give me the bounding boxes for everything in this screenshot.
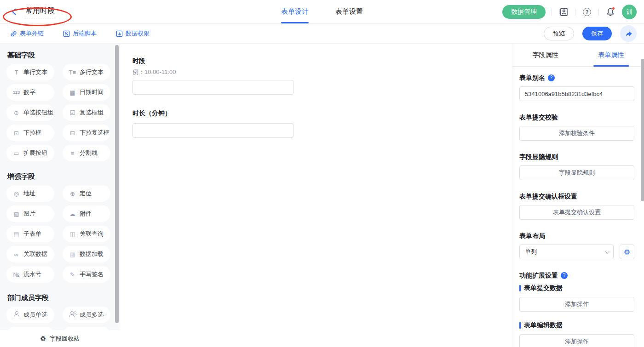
preview-button[interactable]: 预览: [544, 27, 574, 40]
field-item-member-single[interactable]: 成员单选: [6, 307, 54, 323]
form-alias-input[interactable]: [519, 86, 634, 101]
chevron-down-icon: [605, 249, 610, 254]
image-icon: ▧: [12, 210, 20, 217]
divider-icon: ≡: [69, 150, 76, 157]
external-link-action[interactable]: 表单外链: [10, 29, 44, 38]
field-item-image[interactable]: ▧图片: [6, 205, 54, 222]
field-label: 时长（分钟）: [132, 109, 512, 118]
extension-settings-title: 功能扩展设置: [519, 271, 558, 279]
section-submit-confirm: 表单提交确认框设置 表单提交确认设置: [519, 192, 634, 220]
help-icon[interactable]: [581, 6, 592, 17]
field-library-scroll: 基础字段 T单行文本 T≡多行文本 123数字 ▦日期时间 ⊙单选按钮组 ☑复选…: [0, 44, 120, 343]
submit-validation-title: 表单提交校验: [519, 113, 558, 121]
field-item-select[interactable]: ⊡下拉框: [6, 125, 54, 141]
add-action-submit-button[interactable]: 添加操作: [519, 297, 634, 312]
data-permission-action[interactable]: 数据权限: [116, 29, 150, 38]
field-label: 时段: [132, 57, 512, 65]
field-item-relation-query[interactable]: ◫关联查询: [63, 226, 110, 242]
section-field-visibility: 字段显隐规则 字段显隐规则: [519, 153, 634, 180]
panel-scrollbar[interactable]: [641, 59, 644, 201]
toolbar-right: 预览 保存: [544, 25, 637, 42]
field-visibility-title: 字段显隐规则: [519, 153, 558, 161]
canvas-field-time-range[interactable]: 时段 例：10:00-11:00: [132, 57, 512, 95]
back-icon[interactable]: [10, 8, 18, 16]
field-recycle-bin[interactable]: ♻ 字段回收站: [0, 330, 120, 347]
serial-number-icon: №: [12, 271, 20, 278]
calendar-icon: ▦: [69, 89, 76, 96]
dropdown-icon: ⊡: [12, 130, 20, 137]
notification-bell-icon[interactable]: [605, 6, 616, 17]
field-item-serial-number[interactable]: №流水号: [6, 266, 54, 283]
field-item-data-load[interactable]: ▥数据加载: [63, 246, 110, 262]
link-icon: [10, 30, 17, 37]
section-form-alias: 表单别名: [519, 74, 634, 101]
field-item-multi-line-text[interactable]: T≡多行文本: [63, 64, 110, 80]
help-icon[interactable]: [548, 74, 555, 81]
relation-data-icon: ∞: [12, 251, 20, 258]
canvas-field-duration[interactable]: 时长（分钟）: [132, 109, 512, 138]
duration-input[interactable]: [132, 123, 293, 138]
sidebar-scrollbar[interactable]: [115, 45, 119, 323]
properties-tabs: 字段属性 表单属性: [512, 44, 644, 67]
backend-script-action[interactable]: 后端脚本: [63, 29, 97, 38]
field-library-sidebar: 基础字段 T单行文本 T≡多行文本 123数字 ▦日期时间 ⊙单选按钮组 ☑复选…: [0, 44, 120, 347]
section-form-layout: 表单布局 单列: [519, 232, 634, 259]
tab-form-properties[interactable]: 表单属性: [578, 44, 644, 66]
layout-settings-gear-button[interactable]: [620, 245, 634, 259]
single-line-text-icon: T: [12, 69, 20, 76]
form-alias-title: 表单别名: [519, 74, 545, 82]
tab-form-settings[interactable]: 表单设置: [335, 0, 363, 23]
form-layout-value: 单列: [525, 248, 537, 256]
field-item-checkbox-group[interactable]: ☑复选框组: [63, 104, 110, 121]
form-title[interactable]: 常用时段: [24, 5, 56, 18]
field-item-multi-select[interactable]: ⊟下拉复选框: [63, 125, 110, 141]
cloud-upload-icon: ☁: [69, 210, 76, 217]
field-item-attachment[interactable]: ☁附件: [63, 205, 110, 222]
radio-icon: ⊙: [12, 109, 20, 116]
header-tabs: 表单设计 表单设置: [281, 0, 363, 23]
field-item-relation-data[interactable]: ∞关联数据: [6, 246, 54, 262]
properties-panel: 字段属性 表单属性 表单别名 表单提交校验 添加校验条件 字段显隐规则 字段显隐…: [512, 44, 644, 347]
help-icon[interactable]: [561, 272, 568, 279]
submit-confirm-title: 表单提交确认框设置: [519, 192, 577, 200]
field-item-extend-button[interactable]: ▭扩展按钮: [6, 145, 54, 161]
field-visibility-rules-button[interactable]: 字段显隐规则: [519, 165, 634, 180]
field-item-single-line-text[interactable]: T单行文本: [6, 64, 54, 80]
field-item-location[interactable]: ⊕定位: [63, 185, 110, 202]
subsection-edit-data: 表单编辑数据 添加操作: [519, 321, 634, 347]
divider: [575, 8, 575, 16]
tab-field-properties[interactable]: 字段属性: [512, 44, 578, 66]
field-item-signature[interactable]: ✎手写签名: [63, 266, 110, 283]
field-item-datetime[interactable]: ▦日期时间: [63, 84, 110, 101]
extend-button-icon: ▭: [12, 150, 20, 157]
field-item-number[interactable]: 123数字: [6, 84, 54, 101]
address-book-icon[interactable]: [558, 6, 569, 17]
section-title-enhanced-fields: 增强字段: [7, 172, 120, 181]
data-manage-button[interactable]: 数据管理: [502, 5, 546, 19]
time-range-input[interactable]: [132, 80, 293, 95]
form-layout-select[interactable]: 单列: [519, 245, 614, 259]
header-right: 数据管理 训: [502, 5, 644, 19]
divider: [598, 8, 599, 16]
section-extension-settings: 功能扩展设置 表单提交数据 添加操作 表单编辑数据 添加操作: [519, 271, 634, 347]
recycle-icon: ♻: [40, 335, 46, 343]
save-button[interactable]: 保存: [582, 27, 612, 40]
add-validation-button[interactable]: 添加校验条件: [519, 126, 634, 141]
tab-form-design[interactable]: 表单设计: [281, 0, 309, 23]
location-pin-icon: ◎: [12, 190, 20, 197]
avatar[interactable]: 训: [622, 5, 637, 19]
designer-body: 基础字段 T单行文本 T≡多行文本 123数字 ▦日期时间 ⊙单选按钮组 ☑复选…: [0, 44, 644, 347]
form-canvas[interactable]: 时段 例：10:00-11:00 时长（分钟）: [120, 44, 512, 347]
relation-query-icon: ◫: [69, 231, 76, 238]
field-item-divider[interactable]: ≡分割线: [63, 145, 110, 161]
enhanced-fields-grid: ◎地址 ⊕定位 ▧图片 ☁附件 ▤子表单 ◫关联查询 ∞关联数据 ▥数据加载 №…: [6, 185, 120, 283]
submit-confirm-settings-button[interactable]: 表单提交确认设置: [519, 205, 634, 220]
subform-icon: ▤: [12, 231, 20, 238]
share-button[interactable]: [620, 25, 637, 42]
field-item-radio-group[interactable]: ⊙单选按钮组: [6, 104, 54, 121]
field-item-subform[interactable]: ▤子表单: [6, 226, 54, 242]
field-item-address[interactable]: ◎地址: [6, 185, 54, 202]
field-item-member-multi[interactable]: 成员多选: [63, 307, 110, 323]
people-icon: [69, 311, 76, 319]
add-action-edit-button[interactable]: 添加操作: [519, 334, 634, 347]
